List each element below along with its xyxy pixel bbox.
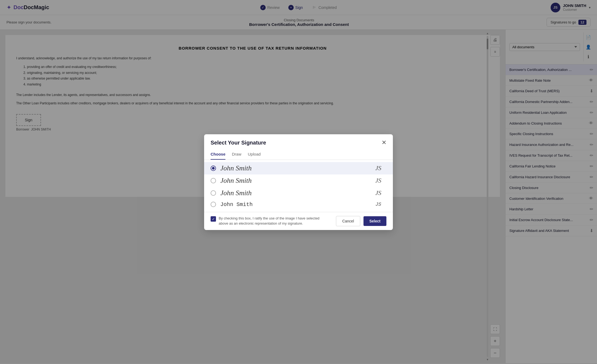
signature-option[interactable]: John Smith JS: [204, 162, 393, 174]
sig-initials-text: JS: [370, 202, 386, 207]
sig-initials-text: JS: [370, 164, 386, 172]
radio-button: [211, 190, 216, 196]
radio-button: [211, 178, 216, 183]
radio-button: [211, 202, 216, 207]
modal-tab-upload[interactable]: Upload: [248, 149, 261, 160]
sig-name-text: John Smith: [220, 164, 370, 172]
sig-name-text: John Smith: [220, 201, 370, 208]
ratify-label: By checking this box, I ratify the use o…: [219, 216, 320, 226]
cancel-button[interactable]: Cancel: [336, 216, 360, 226]
sig-name-text: John Smith: [220, 177, 370, 185]
select-button[interactable]: Select: [363, 216, 386, 226]
modal-tab-choose[interactable]: Choose: [211, 149, 225, 160]
sig-initials-text: JS: [370, 177, 386, 184]
check-icon: ✓: [212, 217, 215, 221]
radio-button: [211, 166, 216, 171]
signature-select-modal: Select Your Signature ✕ ChooseDrawUpload…: [204, 134, 393, 230]
modal-close-button[interactable]: ✕: [382, 140, 386, 146]
modal-footer: ✓ By checking this box, I ratify the use…: [204, 212, 393, 230]
signature-option[interactable]: John Smith JS: [204, 187, 393, 199]
signature-option[interactable]: John Smith JS: [204, 199, 393, 210]
signature-option[interactable]: John Smith JS: [204, 174, 393, 187]
ratify-checkbox-area: ✓ By checking this box, I ratify the use…: [211, 216, 333, 226]
ratify-checkbox[interactable]: ✓: [211, 216, 216, 222]
modal-overlay[interactable]: Select Your Signature ✕ ChooseDrawUpload…: [0, 0, 597, 363]
sig-initials-text: JS: [370, 189, 386, 197]
modal-body: John Smith JS John Smith JS John Smith J…: [204, 160, 393, 212]
sig-name-text: John Smith: [220, 189, 370, 197]
modal-tab-draw[interactable]: Draw: [232, 149, 241, 160]
modal-tabs: ChooseDrawUpload: [204, 149, 393, 160]
modal-title: Select Your Signature: [211, 140, 266, 146]
modal-header: Select Your Signature ✕: [204, 134, 393, 149]
